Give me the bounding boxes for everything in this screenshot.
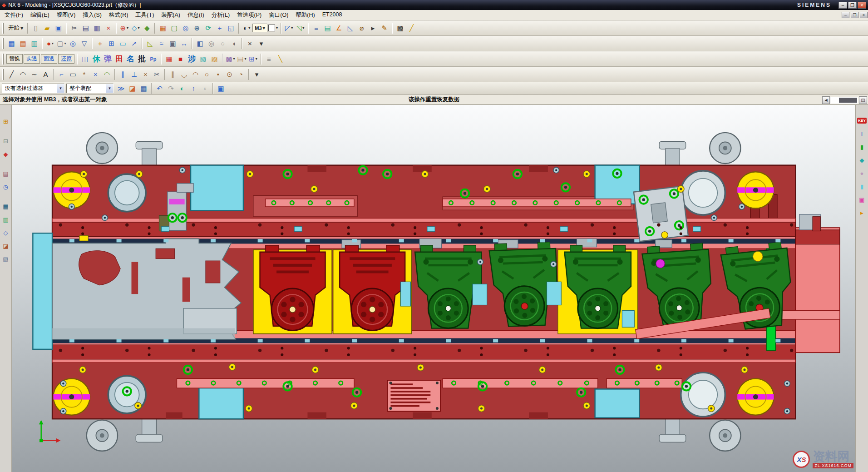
reuse-library-icon[interactable]: ▤ — [1, 169, 10, 178]
orient-view-dropdown-arrow[interactable]: ▾ — [291, 26, 293, 30]
pp-button[interactable]: Pp — [148, 53, 159, 65]
display-window-button[interactable]: ▢ — [168, 22, 180, 34]
menu-item-9[interactable]: 首选项(P) — [233, 10, 265, 20]
fillet-button[interactable]: ◠ — [101, 69, 113, 80]
color-swatch-dropdown[interactable]: ▾ — [267, 22, 279, 34]
arc-button[interactable]: ◠ — [17, 69, 29, 80]
hide-button[interactable]: ○ — [217, 38, 228, 49]
zoom-window-button[interactable]: ◎ — [180, 22, 191, 34]
snap-view-dropdown[interactable]: ◹▾ — [295, 22, 306, 34]
cyan-table-button[interactable]: ▥ — [29, 38, 40, 49]
menu-item-7[interactable]: 信息(I) — [184, 10, 208, 20]
cyan-mesh-button[interactable]: ▧ — [197, 53, 209, 65]
part-table-button[interactable]: ▦ — [6, 38, 17, 49]
menu-item-4[interactable]: 格式(R) — [105, 10, 132, 20]
station-4-red-pilot[interactable] — [521, 303, 528, 310]
cut-button[interactable]: ✂ — [69, 22, 80, 34]
circle-button[interactable]: ○ — [201, 69, 212, 80]
palette-icon[interactable]: ▥ — [1, 215, 10, 224]
colored-table-button[interactable]: ▤ — [17, 38, 29, 49]
spline-button[interactable]: ∼ — [29, 69, 40, 80]
start-button-arrow[interactable]: ▾ — [20, 25, 23, 31]
color-swatch-dropdown-arrow[interactable]: ▾ — [276, 26, 278, 30]
selection-scope-combo[interactable]: 整个装配 ▼ — [66, 84, 113, 93]
up-level-button[interactable]: ↑ — [188, 83, 199, 94]
materials-icon[interactable]: ◪ — [1, 241, 10, 250]
menu-item-2[interactable]: 视图(V) — [53, 10, 79, 20]
sketch-button[interactable]: ◆ — [141, 22, 153, 34]
text-style-icon[interactable]: T — [858, 129, 867, 138]
bottle-icon[interactable]: ▮ — [858, 182, 867, 191]
tan-grid-dropdown-arrow[interactable]: ▾ — [245, 57, 247, 61]
datum-plane-dropdown[interactable]: ◇▾ — [130, 22, 141, 34]
child-restore-button[interactable]: ❐ — [851, 12, 858, 18]
plane-filter-button[interactable]: ◪ — [127, 83, 138, 94]
arc-high-button[interactable]: ◠ — [190, 69, 201, 80]
constraint-navigator-icon[interactable]: ⊟ — [1, 136, 10, 145]
point-button[interactable]: • — [212, 69, 224, 80]
quick-trim-button[interactable]: ◔ — [235, 69, 247, 80]
offset-curve-button[interactable]: ∥ — [117, 69, 128, 80]
dashed-box-button[interactable]: ▫ — [199, 83, 211, 94]
menu-item-10[interactable]: 窗口(O) — [265, 10, 292, 20]
tool-info-plate[interactable] — [387, 380, 440, 411]
point-dropdown[interactable]: ⊕▾ — [118, 22, 130, 34]
xiu-button[interactable]: 休 — [91, 53, 102, 65]
sheet-button[interactable]: ▭ — [117, 38, 128, 49]
parallel-lines-button[interactable]: ∥ — [167, 69, 178, 80]
orient-view-dropdown[interactable]: ◸▾ — [283, 22, 295, 34]
m3-combo-arrow[interactable]: ▾ — [263, 25, 266, 31]
sphere-select-button[interactable]: ◐ — [177, 83, 188, 94]
red-mesh-button[interactable]: ▦ — [163, 53, 175, 65]
angle-measure-button[interactable]: ∠ — [333, 22, 345, 34]
yellow-ruler-button[interactable]: ╲ — [275, 53, 286, 65]
redo-button[interactable]: ↷ — [165, 83, 177, 94]
red-block-button[interactable]: ■ — [175, 53, 186, 65]
shaded-style-dropdown-arrow[interactable]: ▾ — [248, 26, 250, 30]
station-1-red-die[interactable] — [253, 245, 332, 334]
die-assembly-model[interactable] — [33, 133, 839, 451]
toolbar-grip[interactable] — [2, 54, 4, 65]
measure-distance-button[interactable]: ⌀ — [356, 22, 367, 34]
layer-settings-button[interactable]: ≡ — [311, 22, 322, 34]
section-view-button[interactable]: ◫ — [79, 53, 91, 65]
zoom-in-out-button[interactable]: ⊕ — [191, 22, 202, 34]
perpendicular-button[interactable]: ⊥ — [128, 69, 140, 80]
orange-mesh-button[interactable]: ▨ — [209, 53, 220, 65]
tan-grid-dropdown[interactable]: ▤▾ — [236, 53, 247, 65]
web-browser-icon[interactable]: ▦ — [1, 202, 10, 211]
save-button[interactable]: ▣ — [53, 22, 64, 34]
replace-button[interactable]: 替换 — [6, 54, 23, 64]
step-block-button[interactable]: ◺ — [144, 38, 156, 49]
menu-item-12[interactable]: ET2008 — [319, 10, 346, 20]
point-dropdown-arrow[interactable]: ▾ — [127, 26, 128, 30]
toolbar-grip[interactable] — [2, 69, 4, 80]
strip-entry-tab[interactable] — [79, 235, 89, 241]
wcs-display-button[interactable]: + — [94, 38, 106, 49]
rotate-view-button[interactable]: ⟳ — [202, 22, 214, 34]
history-icon[interactable]: ◷ — [1, 182, 10, 191]
strip-entry-guide[interactable] — [33, 233, 52, 349]
stacked-squares-button[interactable]: ⊞ — [106, 38, 117, 49]
more-curves-dropdown[interactable]: ▾ — [251, 69, 262, 80]
solid-translucency-button[interactable]: 实透 — [24, 54, 40, 64]
fit-view-button[interactable]: ◱ — [225, 22, 237, 34]
display-grid-button[interactable]: ▦ — [157, 22, 168, 34]
menu-item-3[interactable]: 插入(S) — [79, 10, 105, 20]
menu-item-1[interactable]: 编辑(E) — [27, 10, 53, 20]
snap-view-dropdown-arrow[interactable]: ▾ — [302, 26, 304, 30]
scissors-button[interactable]: ✂ — [151, 69, 163, 80]
red-ball-dropdown[interactable]: ●▾ — [44, 38, 56, 49]
red-grid-button[interactable]: 田 — [113, 53, 125, 65]
invert-shown-button[interactable]: ◖ — [228, 38, 240, 49]
graphics-viewport[interactable]: XS 资料网 ZL.XS1616.COM — [12, 105, 855, 472]
paste-button[interactable]: ▥ — [91, 22, 103, 34]
station-2-red-die[interactable] — [333, 245, 412, 334]
text-button[interactable]: A — [40, 69, 51, 80]
cube-select-button[interactable]: ▣ — [215, 83, 227, 94]
annotate-button[interactable]: ✎ — [379, 22, 390, 34]
move-object-button[interactable]: ↔ — [178, 38, 190, 49]
blue-grid-dropdown[interactable]: ⊞▾ — [247, 53, 259, 65]
blue-grid-dropdown-arrow[interactable]: ▾ — [256, 57, 257, 61]
rectangle-button[interactable]: ▭ — [67, 69, 79, 80]
